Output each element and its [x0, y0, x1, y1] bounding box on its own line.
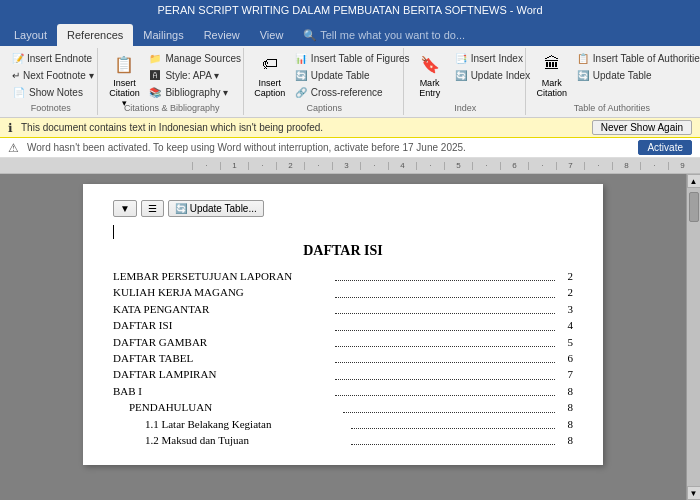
ruler-mark: ·: [192, 162, 220, 170]
next-footnote-btn[interactable]: ↵ Next Footnote ▾: [10, 67, 91, 83]
toc-toolbar: ▼ ☰ 🔄 Update Table...: [113, 200, 573, 217]
insert-index-btn[interactable]: 📑Insert Index: [452, 50, 533, 66]
ruler-marks: · 1 · 2 · 3 · 4 · 5 · 6 · 7 · 8 · 9: [192, 162, 696, 170]
toc-entry[interactable]: DAFTAR TABEL 6: [113, 351, 573, 366]
mark-icon: 🔖: [418, 52, 442, 76]
toc-page: 2: [559, 269, 573, 284]
toc-expand-btn[interactable]: ☰: [141, 200, 164, 217]
footnotes-content: 📝 Insert Endnote ↵ Next Footnote ▾ 📄 Sho…: [10, 50, 91, 100]
ruler-mark: 7: [556, 162, 584, 170]
toc-entry[interactable]: KULIAH KERJA MAGANG 2: [113, 285, 573, 300]
update-icon: 🔄: [294, 68, 308, 82]
ruler-mark: 8: [612, 162, 640, 170]
toc-entry[interactable]: 1.1 Latar Belakang Kegiatan 8: [113, 417, 573, 432]
tab-layout[interactable]: Layout: [4, 24, 57, 46]
toc-entry[interactable]: 1.2 Maksud dan Tujuan 8: [113, 433, 573, 448]
toc-dots: [335, 269, 555, 281]
tab-references[interactable]: References: [57, 24, 133, 46]
manage-icon: 📁: [148, 51, 162, 65]
toc-dots: [343, 400, 555, 412]
document-wrapper: ▼ ☰ 🔄 Update Table... DAFTAR ISI LEMBAR …: [0, 174, 700, 500]
language-warning-bar: ℹ This document contains text in Indones…: [0, 118, 700, 138]
toc-dots: [335, 318, 555, 330]
insert-caption-btn[interactable]: 🏷 InsertCaption: [252, 50, 288, 100]
style-apa-btn[interactable]: 🅰Style: APA ▾: [146, 67, 243, 83]
text-cursor: [113, 225, 114, 239]
insert-toa-btn[interactable]: 📋Insert Table of Authorities: [574, 50, 700, 66]
citation-big-icon: 📋: [112, 52, 136, 76]
toc-entry[interactable]: KATA PENGANTAR 3: [113, 302, 573, 317]
activation-warning-bar: ⚠ Word hasn't been activated. To keep us…: [0, 138, 700, 158]
ruler-mark: ·: [584, 162, 612, 170]
ruler-mark: 1: [220, 162, 248, 170]
scroll-down-btn[interactable]: ▼: [687, 486, 701, 500]
ruler-mark: 4: [388, 162, 416, 170]
footnote-icon: ↵: [12, 68, 20, 82]
mark-citation-btn[interactable]: 🏛 MarkCitation: [534, 50, 570, 100]
toc-entry[interactable]: BAB I 8: [113, 384, 573, 399]
toc-page: 6: [559, 351, 573, 366]
crossref-icon: 🔗: [294, 85, 308, 99]
ruler-mark: ·: [472, 162, 500, 170]
toc-menu-btn[interactable]: ▼: [113, 200, 137, 217]
cursor-line[interactable]: [113, 225, 573, 239]
insert-citation-btn[interactable]: 📋 InsertCitation ▾: [106, 50, 142, 110]
activate-btn[interactable]: Activate: [638, 140, 692, 155]
toc-entry-text: DAFTAR GAMBAR: [113, 335, 333, 350]
mark-cite-label: MarkCitation: [537, 78, 568, 98]
caption-big-icon: 🏷: [258, 52, 282, 76]
scrollbar[interactable]: ▲ ▼: [686, 174, 700, 500]
toc-dots: [335, 351, 555, 363]
tab-mailings[interactable]: Mailings: [133, 24, 193, 46]
insert-table-figures-btn[interactable]: 📊Insert Table of Figures: [292, 50, 412, 66]
captions-label-grp: Captions: [246, 103, 403, 113]
toc-entry[interactable]: PENDAHULUAN 8: [113, 400, 573, 415]
language-warning-icon: ℹ: [8, 121, 13, 135]
tab-view[interactable]: View: [250, 24, 294, 46]
upd-index-icon: 🔄: [454, 68, 468, 82]
update-index-btn[interactable]: 🔄Update Index: [452, 67, 533, 83]
toc-entry-text: DAFTAR ISI: [113, 318, 333, 333]
title-text: PERAN SCRIPT WRITING DALAM PEMBUATAN BER…: [157, 4, 542, 16]
tab-review[interactable]: Review: [194, 24, 250, 46]
toc-dots: [351, 417, 555, 429]
citations-row: 📋 InsertCitation ▾ 📁Manage Sources 🅰Styl…: [106, 50, 236, 110]
cross-reference-btn[interactable]: 🔗Cross-reference: [292, 84, 412, 100]
ruler-mark: 9: [668, 162, 696, 170]
toc-page: 7: [559, 367, 573, 382]
scroll-up-btn[interactable]: ▲: [687, 174, 701, 188]
manage-sources-btn[interactable]: 📁Manage Sources: [146, 50, 243, 66]
toc-page: 8: [559, 400, 573, 415]
biblio-icon: 📚: [148, 85, 162, 99]
toc-entry[interactable]: DAFTAR LAMPIRAN 7: [113, 367, 573, 382]
toc-dots: [335, 302, 555, 314]
toc-page: 4: [559, 318, 573, 333]
toa-row: 🏛 MarkCitation 📋Insert Table of Authorit…: [534, 50, 690, 100]
ruler: · 1 · 2 · 3 · 4 · 5 · 6 · 7 · 8 · 9: [0, 158, 700, 174]
index-label: Index: [406, 103, 525, 113]
captions-group: 🏷 InsertCaption 📊Insert Table of Figures…: [246, 48, 404, 115]
language-warning-text: This document contains text in Indonesia…: [21, 122, 584, 133]
toc-entry[interactable]: DAFTAR GAMBAR 5: [113, 335, 573, 350]
toc-dots: [335, 367, 555, 379]
endnote-icon: 📝: [12, 51, 24, 65]
style-icon: 🅰: [148, 68, 162, 82]
tab-search[interactable]: 🔍 Tell me what you want to do...: [293, 24, 475, 46]
update-toa-btn[interactable]: 🔄Update Table: [574, 67, 700, 83]
mark-entry-btn[interactable]: 🔖 MarkEntry: [412, 50, 448, 100]
never-show-again-btn[interactable]: Never Show Again: [592, 120, 692, 135]
insert-endnote-btn[interactable]: 📝 Insert Endnote: [10, 50, 91, 66]
scroll-thumb[interactable]: [689, 192, 699, 222]
ruler-mark: ·: [528, 162, 556, 170]
doc-area[interactable]: ▼ ☰ 🔄 Update Table... DAFTAR ISI LEMBAR …: [0, 174, 686, 500]
toc-dots: [335, 335, 555, 347]
toc-entries: LEMBAR PERSETUJUAN LAPORAN 2 KULIAH KERJ…: [113, 269, 573, 448]
bibliography-btn[interactable]: 📚Bibliography ▾: [146, 84, 243, 100]
title-bar: PERAN SCRIPT WRITING DALAM PEMBUATAN BER…: [0, 0, 700, 20]
show-notes-btn[interactable]: 📄 Show Notes: [10, 84, 91, 100]
toc-update-btn[interactable]: 🔄 Update Table...: [168, 200, 264, 217]
footnotes-label: Footnotes: [4, 103, 97, 113]
toc-entry[interactable]: DAFTAR ISI 4: [113, 318, 573, 333]
update-table-btn[interactable]: 🔄Update Table: [292, 67, 412, 83]
toc-entry[interactable]: LEMBAR PERSETUJUAN LAPORAN 2: [113, 269, 573, 284]
